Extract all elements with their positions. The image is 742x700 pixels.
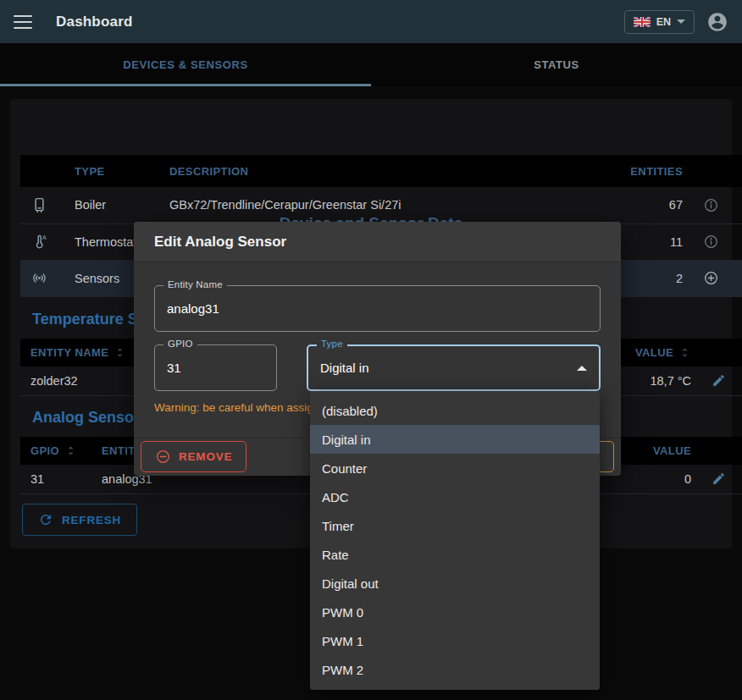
gpio-warning-text: Warning: be careful when assig [154,401,313,414]
tab-status[interactable]: STATUS [371,43,742,86]
type-option-digital-in[interactable]: Digital in [310,425,600,454]
type-option-counter[interactable]: Counter [310,454,600,482]
language-label: EN [656,16,671,28]
info-icon[interactable] [703,234,732,250]
sort-icon[interactable] [64,444,77,457]
menu-icon[interactable] [14,15,32,29]
analog-sensors-heading: Analog Sensors [32,409,148,427]
remove-circle-icon [155,449,171,465]
entity-name-value: analog31 [167,301,219,316]
type-option-pwm0[interactable]: PWM 0 [310,598,600,626]
type-option-timer[interactable]: Timer [310,511,600,540]
active-tab-indicator [0,84,371,86]
refresh-button[interactable]: REFRESH [22,504,137,536]
add-circle-icon[interactable] [703,270,732,286]
cell-entities: 67 [612,187,693,223]
type-dropdown-menu: (disabled) Digital in Counter ADC Timer … [310,391,600,690]
svg-text:A: A [42,234,47,240]
col-header-entity-name: ENTITY NAME [30,346,108,359]
type-option-digital-out[interactable]: Digital out [310,569,600,598]
edit-pencil-icon[interactable] [712,471,732,486]
col-header-description: DESCRIPTION [159,155,612,187]
type-option-pwm1[interactable]: PWM 1 [310,626,600,655]
sort-icon[interactable] [114,346,126,359]
gpio-value: 31 [167,361,181,375]
top-app-bar: Dashboard EN [0,0,742,43]
col-header-type: TYPE [64,155,159,187]
account-icon[interactable] [706,11,728,33]
cell-description: GBx72/Trendline/Cerapur/Greenstar Si/27i [159,187,612,223]
cell-gpio: 31 [20,465,91,493]
chevron-down-icon [677,19,685,24]
entity-name-field[interactable]: Entity Name analog31 [154,285,601,332]
cell-type: Boiler [64,187,159,223]
type-option-pwm2[interactable]: PWM 2 [310,655,600,684]
edit-pencil-icon[interactable] [712,373,732,388]
gpio-label: GPIO [163,339,197,349]
sort-icon[interactable] [678,346,691,359]
uk-flag-icon [634,17,651,27]
table-row-boiler[interactable]: Boiler GBx72/Trendline/Cerapur/Greenstar… [20,187,742,223]
type-select[interactable]: Type Digital in [307,344,601,391]
boiler-icon [30,196,54,214]
refresh-icon [38,512,53,527]
type-option-adc[interactable]: ADC [310,482,600,511]
col-header-value: VALUE [635,346,673,359]
type-option-disabled[interactable]: (disabled) [310,396,600,425]
dialog-title: Edit Analog Sensor [154,234,286,251]
chevron-up-icon [577,366,587,371]
remove-button[interactable]: REMOVE [141,441,246,472]
entity-name-label: Entity Name [163,279,227,289]
sensors-icon [30,269,54,287]
remove-label: REMOVE [179,450,232,463]
col-header-gpio: GPIO [30,444,59,457]
refresh-label: REFRESH [62,514,121,526]
tab-devices-sensors[interactable]: DEVICES & SENSORS [0,43,371,86]
type-option-rate[interactable]: Rate [310,540,600,569]
cell-entities: 11 [612,223,693,260]
thermostat-icon: A [30,233,54,251]
tab-bar: DEVICES & SENSORS STATUS [0,43,742,86]
cell-entities: 2 [612,260,693,296]
type-label: Type [317,339,347,349]
info-icon[interactable] [703,197,732,213]
gpio-field[interactable]: GPIO 31 [154,344,277,391]
dialog-header: Edit Analog Sensor [134,222,621,262]
language-selector[interactable]: EN [624,10,695,34]
col-header-entities: ENTITIES [612,155,693,187]
page-title: Dashboard [56,14,133,30]
type-value: Digital in [320,361,369,375]
